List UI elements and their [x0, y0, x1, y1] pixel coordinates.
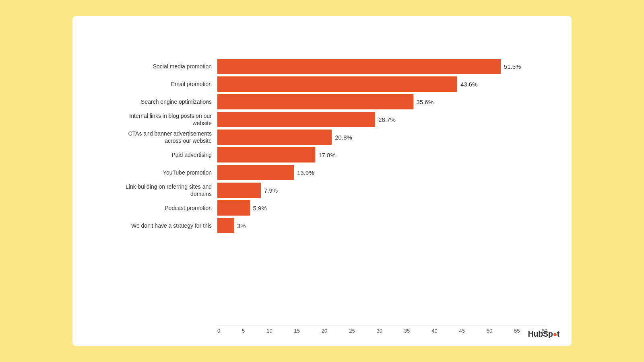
bar-value: 17.8% [318, 152, 336, 158]
bar [217, 76, 457, 92]
bar [217, 183, 261, 198]
bar [217, 200, 250, 216]
bar-value: 35.6% [417, 99, 434, 105]
bar-label: Internal links in blog posts on ourwebsi… [97, 112, 217, 127]
bar-value: 20.8% [335, 134, 352, 141]
hubspot-logo: HubSp●t [528, 329, 560, 339]
bar-label: CTAs and banner advertisementsacross our… [97, 130, 217, 144]
bar-row: CTAs and banner advertisementsacross our… [97, 130, 547, 145]
x-axis: 051015202530354045505560 [97, 325, 547, 334]
bar-value: 3% [237, 222, 246, 229]
bar-label: We don't have a strategy for this [97, 222, 217, 229]
x-tick: 5 [242, 328, 245, 334]
bar [217, 94, 413, 109]
bar-value: 43.6% [460, 81, 478, 88]
bar-container: 7.9% [217, 183, 547, 198]
bar-label: Podcast promotion [97, 204, 217, 212]
chart-title [97, 32, 547, 47]
bar-container: 3% [217, 218, 547, 233]
x-tick: 50 [487, 328, 492, 334]
bar [217, 112, 375, 127]
x-tick: 25 [349, 328, 355, 334]
bar [217, 218, 234, 233]
bar-row: Search engine optimizations35.6% [97, 94, 547, 109]
bar-row: Link-building on referring sites anddoma… [97, 183, 547, 198]
bar-value: 5.9% [253, 205, 267, 212]
x-tick: 45 [459, 328, 464, 334]
bar-row: Internal links in blog posts on ourwebsi… [97, 112, 547, 127]
x-tick: 30 [377, 328, 382, 334]
bar [217, 165, 294, 180]
bar-label: Social media promotion [97, 63, 217, 70]
bar-container: 35.6% [217, 94, 547, 109]
bar-row: Podcast promotion5.9% [97, 200, 547, 216]
bar-label: Link-building on referring sites anddoma… [97, 183, 217, 197]
bar [217, 130, 332, 145]
bar-row: YouTube promotion13.9% [97, 165, 547, 180]
bar-container: 28.7% [217, 112, 547, 127]
bar-container: 51.5% [217, 59, 547, 74]
x-tick: 40 [431, 328, 437, 334]
bar-value: 7.9% [264, 187, 278, 194]
bar-label: YouTube promotion [97, 169, 217, 176]
chart-card: Social media promotion51.5%Email promoti… [72, 16, 572, 346]
bar-row: We don't have a strategy for this3% [97, 218, 547, 233]
bar-container: 5.9% [217, 200, 547, 216]
x-tick: 10 [266, 328, 272, 334]
bar-row: Email promotion43.6% [97, 76, 547, 92]
bar-container: 43.6% [217, 76, 547, 92]
chart-area: Social media promotion51.5%Email promoti… [97, 59, 547, 321]
bar-label: Search engine optimizations [97, 98, 217, 105]
x-tick: 0 [217, 328, 220, 334]
bar-label: Paid advertising [97, 151, 217, 158]
bar-row: Paid advertising17.8% [97, 147, 547, 162]
bar-row: Social media promotion51.5% [97, 59, 547, 74]
bar-value: 28.7% [378, 116, 396, 123]
bar-container: 17.8% [217, 147, 547, 162]
bar [217, 147, 315, 162]
bar [217, 59, 501, 74]
bar-value: 13.9% [297, 169, 314, 176]
bar-container: 13.9% [217, 165, 547, 180]
bar-label: Email promotion [97, 80, 217, 88]
x-tick: 15 [294, 328, 300, 334]
x-tick: 35 [404, 328, 410, 334]
x-tick: 20 [322, 328, 327, 334]
bar-value: 51.5% [504, 63, 521, 70]
bar-container: 20.8% [217, 130, 547, 145]
x-tick: 55 [514, 328, 520, 334]
